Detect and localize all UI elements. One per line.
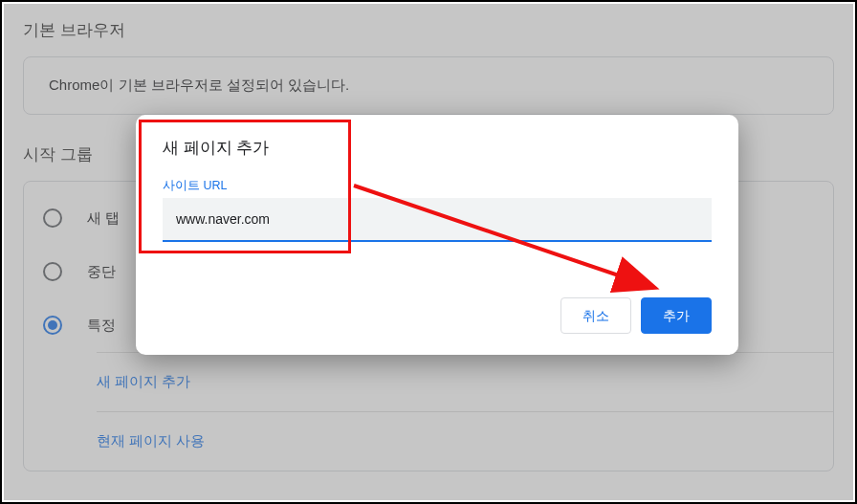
- radio-label-specific: 특정: [87, 317, 116, 335]
- use-current-link[interactable]: 현재 페이지 사용: [97, 412, 833, 471]
- default-browser-section-title: 기본 브라우저: [23, 19, 834, 41]
- url-input[interactable]: [163, 198, 712, 242]
- default-browser-card: Chrome이 기본 브라우저로 설정되어 있습니다.: [23, 56, 834, 115]
- dialog-actions: 취소 추가: [163, 297, 712, 334]
- cancel-button[interactable]: 취소: [560, 297, 631, 334]
- settings-page: 기본 브라우저 Chrome이 기본 브라우저로 설정되어 있습니다. 시작 그…: [0, 0, 857, 504]
- radio-icon: [43, 262, 62, 281]
- radio-label-newtab: 새 탭: [87, 209, 120, 228]
- radio-inner-dot: [48, 320, 57, 330]
- add-page-link[interactable]: 새 페이지 추가: [97, 353, 833, 412]
- radio-icon: [43, 208, 62, 228]
- radio-label-continue: 중단: [87, 263, 116, 281]
- default-browser-message: Chrome이 기본 브라우저로 설정되어 있습니다.: [49, 77, 808, 95]
- sub-link-group: 새 페이지 추가 현재 페이지 사용: [97, 352, 833, 471]
- add-button[interactable]: 추가: [641, 297, 712, 334]
- radio-icon-selected: [43, 316, 62, 335]
- add-page-dialog: 새 페이지 추가 사이트 URL 취소 추가: [136, 115, 738, 355]
- dialog-title: 새 페이지 추가: [163, 138, 712, 159]
- url-field-label: 사이트 URL: [163, 178, 712, 194]
